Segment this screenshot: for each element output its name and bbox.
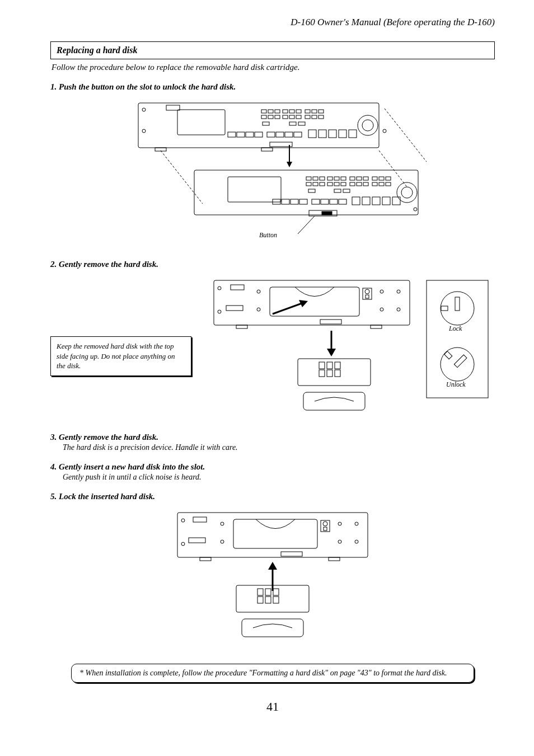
svg-rect-53 xyxy=(341,177,346,180)
svg-point-89 xyxy=(401,187,413,198)
label-unlock: Unlock xyxy=(446,381,466,388)
svg-rect-152 xyxy=(257,597,263,603)
svg-rect-15 xyxy=(289,115,294,119)
svg-rect-64 xyxy=(357,182,362,186)
svg-rect-114 xyxy=(298,359,371,386)
svg-rect-35 xyxy=(349,130,357,138)
svg-rect-96 xyxy=(226,306,243,311)
svg-rect-95 xyxy=(231,285,244,290)
svg-rect-27 xyxy=(267,132,275,137)
svg-rect-130 xyxy=(193,517,207,522)
step-3: 3. Gently remove the hard disk. The hard… xyxy=(50,433,495,452)
svg-rect-60 xyxy=(327,182,332,186)
svg-rect-73 xyxy=(334,189,341,192)
svg-rect-79 xyxy=(312,199,320,204)
svg-rect-149 xyxy=(257,589,263,595)
svg-rect-18 xyxy=(312,115,317,119)
svg-rect-12 xyxy=(268,115,273,119)
svg-rect-144 xyxy=(200,557,211,561)
svg-rect-0 xyxy=(138,103,379,148)
svg-rect-118 xyxy=(319,370,325,377)
svg-rect-8 xyxy=(305,110,310,113)
svg-point-132 xyxy=(221,522,224,525)
svg-rect-43 xyxy=(261,148,273,151)
svg-rect-80 xyxy=(321,199,329,204)
svg-point-37 xyxy=(362,120,373,131)
svg-rect-120 xyxy=(335,370,340,377)
svg-point-103 xyxy=(365,289,369,294)
page-number: 41 xyxy=(50,699,495,714)
svg-rect-78 xyxy=(299,199,307,204)
svg-rect-145 xyxy=(329,557,340,561)
step-1: 1. Push the button on the slot to unlock… xyxy=(50,82,495,92)
step-5: 5. Lock the inserted hard disk. xyxy=(50,492,495,501)
step-5-heading: 5. Lock the inserted hard disk. xyxy=(50,492,495,501)
svg-rect-33 xyxy=(329,130,336,138)
svg-rect-86 xyxy=(382,197,390,205)
svg-rect-67 xyxy=(379,177,384,180)
svg-rect-55 xyxy=(357,177,362,180)
svg-rect-68 xyxy=(386,177,391,180)
svg-rect-31 xyxy=(308,130,316,138)
svg-rect-11 xyxy=(261,115,266,119)
svg-rect-28 xyxy=(276,132,284,137)
svg-rect-9 xyxy=(312,110,317,113)
svg-point-133 xyxy=(221,540,224,543)
svg-rect-77 xyxy=(291,199,298,204)
svg-rect-136 xyxy=(233,519,317,548)
svg-line-93 xyxy=(298,216,315,234)
svg-rect-146 xyxy=(281,552,302,556)
svg-rect-2 xyxy=(261,110,266,113)
svg-point-38 xyxy=(142,108,146,111)
step-2: 2. Gently remove the hard disk. xyxy=(50,260,495,269)
svg-rect-82 xyxy=(339,199,346,204)
svg-rect-47 xyxy=(228,177,281,202)
svg-rect-6 xyxy=(289,110,294,113)
svg-rect-26 xyxy=(255,132,263,137)
label-button: Button xyxy=(259,231,277,239)
svg-rect-22 xyxy=(298,122,305,125)
formatting-note: * When installation is complete, follow … xyxy=(71,664,474,683)
svg-rect-127 xyxy=(454,355,467,368)
svg-point-39 xyxy=(142,129,146,133)
svg-rect-30 xyxy=(294,132,302,137)
figure-step2: Keep the removed hard disk with the top … xyxy=(50,275,495,422)
intro-text: Follow the procedure below to replace th… xyxy=(51,63,495,72)
section-heading: Replacing a hard disk xyxy=(50,41,495,59)
svg-rect-44 xyxy=(166,105,180,110)
figure-step5 xyxy=(172,507,373,647)
svg-rect-10 xyxy=(318,110,324,113)
svg-point-106 xyxy=(397,290,400,293)
svg-rect-25 xyxy=(246,132,254,137)
svg-rect-104 xyxy=(366,295,369,298)
svg-point-40 xyxy=(383,129,386,133)
svg-rect-115 xyxy=(319,362,325,369)
svg-rect-50 xyxy=(320,177,325,180)
svg-rect-13 xyxy=(275,115,280,119)
svg-point-108 xyxy=(397,308,400,311)
svg-rect-131 xyxy=(189,538,205,543)
svg-rect-4 xyxy=(275,110,280,113)
svg-rect-3 xyxy=(268,110,273,113)
svg-rect-16 xyxy=(296,115,301,119)
svg-rect-59 xyxy=(320,182,325,186)
svg-rect-63 xyxy=(350,182,355,186)
label-lock: Lock xyxy=(448,325,462,332)
figure-step1: Button xyxy=(116,97,429,243)
svg-rect-121 xyxy=(303,392,365,410)
svg-rect-154 xyxy=(273,597,279,603)
svg-rect-153 xyxy=(265,597,271,603)
svg-point-140 xyxy=(338,522,341,525)
svg-rect-92 xyxy=(322,212,332,215)
svg-rect-34 xyxy=(339,130,346,138)
svg-rect-151 xyxy=(273,589,279,595)
step-3-heading: 3. Gently remove the hard disk. xyxy=(50,433,495,442)
svg-rect-124 xyxy=(455,297,460,311)
svg-rect-87 xyxy=(392,197,400,205)
svg-rect-20 xyxy=(263,122,269,125)
step-2-heading: 2. Gently remove the hard disk. xyxy=(50,260,495,269)
svg-rect-58 xyxy=(313,182,318,186)
svg-rect-119 xyxy=(327,370,332,377)
svg-rect-57 xyxy=(306,182,311,186)
svg-rect-84 xyxy=(362,197,370,205)
